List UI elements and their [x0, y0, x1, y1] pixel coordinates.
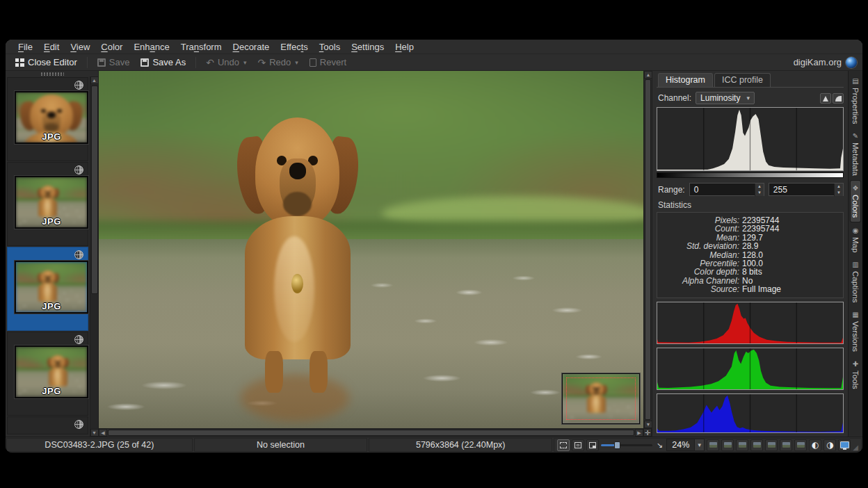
menu-help[interactable]: Help	[389, 41, 419, 53]
dimensions-status: 5796x3864 (22.40Mpx)	[369, 438, 552, 452]
tab-versions[interactable]: ▦Versions	[851, 307, 860, 355]
canvas-horizontal-scrollbar[interactable]: ◀ ▶	[99, 428, 643, 437]
scroll-right-icon[interactable]: ▶	[635, 429, 643, 437]
menu-effects[interactable]: Effects	[275, 41, 314, 53]
thumbnail-list: JPG JPG	[6, 76, 90, 437]
spin-down-icon[interactable]: ▼	[835, 190, 843, 196]
zoom-slider[interactable]	[601, 440, 652, 450]
spin-down-icon[interactable]: ▼	[755, 190, 764, 196]
side-tab-strip: ▤Properties ✎Metadata ❖Colors ◉Map ▥Capt…	[848, 71, 862, 437]
log-histogram-icon	[835, 96, 842, 101]
zoom-slider-handle[interactable]	[614, 441, 620, 449]
channel-select[interactable]: Luminosity ▾	[696, 92, 755, 104]
scroll-up-icon[interactable]: ▲	[90, 76, 99, 84]
geolocation-icon	[74, 250, 84, 260]
save-button[interactable]: Save	[93, 56, 134, 69]
thumbnail-item-4[interactable]: JPG	[7, 332, 88, 416]
visible-region-rect[interactable]	[566, 377, 636, 420]
menu-settings[interactable]: Settings	[346, 41, 389, 53]
mini-preview-button-4[interactable]	[750, 439, 763, 451]
selection-tool-button[interactable]	[557, 439, 570, 451]
thumbnail-item-2[interactable]: JPG	[7, 162, 88, 246]
tone-gradient-bar	[657, 172, 844, 178]
pan-preview-overlay[interactable]	[562, 373, 640, 424]
tab-tools[interactable]: ✚Tools	[851, 357, 860, 393]
menu-enhance[interactable]: Enhance	[128, 41, 175, 53]
menu-edit[interactable]: Edit	[38, 41, 65, 53]
filename-status: DSC03483-2.JPG (25 of 42)	[6, 438, 193, 452]
close-editor-button[interactable]: Close Editor	[11, 56, 81, 69]
mini-preview-button-3[interactable]	[736, 439, 748, 451]
under-exposure-indicator-button[interactable]: ◐	[809, 439, 821, 451]
revert-button[interactable]: Revert	[305, 56, 351, 69]
mini-preview-button-7[interactable]	[794, 439, 807, 451]
mini-preview-button-1[interactable]	[707, 439, 719, 451]
menu-view[interactable]: View	[65, 41, 95, 53]
menu-bar: File Edit View Color Enhance Transform D…	[6, 40, 862, 54]
geolocation-icon	[74, 334, 84, 345]
resize-grip[interactable]: ◢	[853, 444, 858, 451]
menu-decorate[interactable]: Decorate	[227, 41, 275, 53]
tab-map[interactable]: ◉Map	[851, 223, 860, 256]
thumbnail-image: JPG	[15, 345, 88, 398]
spin-up-icon[interactable]: ▲	[755, 184, 764, 190]
luminosity-histogram[interactable]	[657, 107, 844, 171]
redo-dropdown-icon[interactable]: ▾	[295, 59, 298, 66]
menu-tools[interactable]: Tools	[314, 41, 346, 53]
mini-preview-button-2[interactable]	[721, 439, 734, 451]
chevron-down-icon[interactable]: ▼	[694, 439, 704, 450]
over-exposure-indicator-button[interactable]: ◑	[823, 439, 836, 451]
menu-color[interactable]: Color	[95, 41, 128, 53]
zoom-level-combo[interactable]: 24% ▼	[666, 439, 705, 451]
thumbnail-icon	[709, 442, 717, 448]
save-as-button[interactable]: Save As	[136, 56, 190, 69]
tab-metadata[interactable]: ✎Metadata	[851, 129, 860, 179]
undo-button[interactable]: ↶ Undo▾	[202, 56, 250, 69]
thumbnail-item-3-selected[interactable]: JPG	[7, 247, 88, 331]
tab-captions[interactable]: ▥Captions	[851, 257, 860, 306]
thumbbar-drag-handle[interactable]	[6, 71, 98, 76]
mini-preview-button-6[interactable]	[780, 439, 792, 451]
scrollbar-thumb[interactable]	[91, 86, 98, 294]
scroll-left-icon[interactable]: ◀	[99, 429, 107, 437]
pan-tool-button[interactable]: ✛	[643, 428, 652, 437]
log-scale-button[interactable]	[833, 93, 844, 104]
thumbnail-scrollbar[interactable]: ▲ ▼	[90, 76, 98, 437]
zoom-fit-icon[interactable]: ↘	[654, 441, 664, 450]
fit-to-window-button[interactable]	[572, 439, 584, 451]
redo-button[interactable]: ↷ Redo▾	[254, 56, 303, 69]
scroll-down-icon[interactable]: ▼	[90, 429, 99, 437]
tools-icon: ✚	[852, 360, 860, 368]
editor-canvas[interactable]	[99, 71, 643, 428]
menu-transform[interactable]: Transform	[175, 41, 227, 53]
statistics-box: Pixels:22395744 Count:22395744 Mean:129.…	[657, 212, 844, 298]
undo-dropdown-icon[interactable]: ▾	[243, 59, 247, 66]
thumbnail-item-5[interactable]	[7, 416, 88, 434]
red-histogram	[657, 302, 844, 344]
redo-icon: ↷	[258, 58, 266, 67]
tab-colors[interactable]: ❖Colors	[851, 181, 860, 221]
stat-row: Source:Full Image	[660, 285, 837, 293]
scrollbar-thumb[interactable]	[645, 79, 651, 420]
menu-file[interactable]: File	[13, 41, 38, 53]
save-as-icon	[140, 58, 149, 67]
canvas-vertical-scrollbar[interactable]: ▲ ▼	[643, 71, 652, 428]
spin-up-icon[interactable]: ▲	[835, 184, 843, 190]
range-min-spinbox[interactable]: 0 ▲▼	[689, 183, 764, 196]
thumbnail-icon	[797, 442, 805, 448]
range-max-spinbox[interactable]: 255 ▲▼	[769, 183, 844, 196]
mini-preview-button-5[interactable]	[765, 439, 778, 451]
tab-properties[interactable]: ▤Properties	[851, 74, 860, 127]
digikam-editor-window: File Edit View Color Enhance Transform D…	[6, 40, 862, 453]
thumbnail-item-1[interactable]: JPG	[7, 77, 88, 161]
format-badge: JPG	[16, 216, 87, 227]
chevron-down-icon: ▾	[746, 95, 750, 101]
scrollbar-thumb[interactable]	[108, 430, 634, 436]
tab-icc-profile[interactable]: ICC profile	[714, 73, 771, 87]
linear-scale-button[interactable]	[820, 93, 831, 104]
stat-row: Std. deviation:28.9	[660, 242, 837, 250]
zoom-100-button[interactable]	[586, 439, 599, 451]
tab-histogram[interactable]: Histogram	[658, 73, 713, 87]
color-managed-view-button[interactable]	[838, 439, 851, 451]
thumbnail-image: JPG	[15, 176, 88, 229]
